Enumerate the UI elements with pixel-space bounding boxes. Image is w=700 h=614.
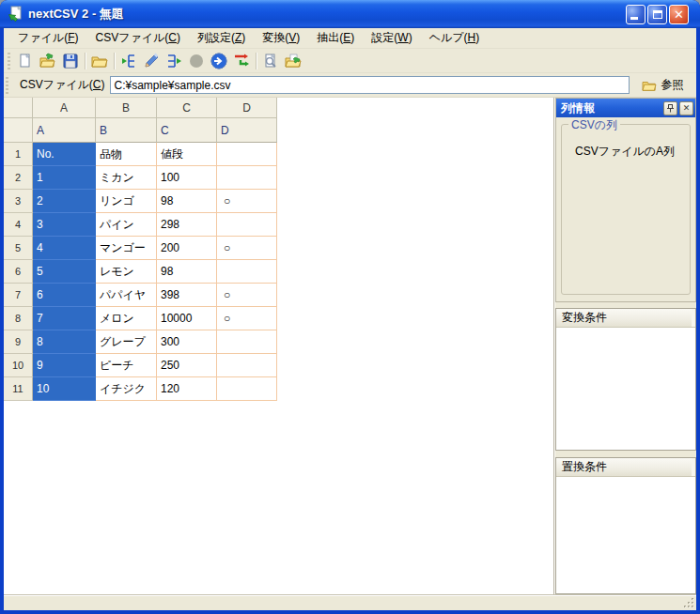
table-cell[interactable] xyxy=(217,143,277,166)
preview-icon[interactable] xyxy=(259,51,282,71)
replacement-conditions-box: 置換条件 xyxy=(555,457,696,594)
csv-column-header[interactable]: B xyxy=(96,118,157,143)
maximize-button[interactable] xyxy=(647,5,667,24)
row-number-header[interactable]: 2 xyxy=(4,166,33,190)
csv-column-header[interactable]: C xyxy=(157,118,217,143)
table-cell[interactable]: 10000 xyxy=(157,307,217,330)
table-cell[interactable]: イチジク xyxy=(96,377,157,401)
row-number-header[interactable]: 4 xyxy=(4,213,33,237)
browse-button[interactable]: 参照 xyxy=(638,75,687,95)
menu-item[interactable]: 変換(V) xyxy=(254,28,308,49)
csv-column-header[interactable]: D xyxy=(217,118,277,143)
table-cell[interactable]: ○ xyxy=(217,237,277,260)
column-letter-header[interactable]: D xyxy=(217,98,277,118)
table-cell[interactable]: 10 xyxy=(33,377,96,401)
table-cell[interactable]: ○ xyxy=(217,284,277,307)
table-cell[interactable]: 300 xyxy=(157,330,217,354)
table-cell[interactable]: 9 xyxy=(33,354,96,377)
table-cell[interactable] xyxy=(217,330,277,354)
open-file-icon[interactable] xyxy=(37,51,59,71)
menu-item[interactable]: ファイル(F) xyxy=(9,28,86,49)
folder-icon[interactable] xyxy=(88,51,111,71)
grid-corner[interactable] xyxy=(4,98,33,118)
replacement-conditions-list[interactable] xyxy=(556,477,695,593)
minimize-button[interactable] xyxy=(626,5,646,24)
csv-column-header[interactable]: A xyxy=(33,118,96,143)
export-folder-icon[interactable] xyxy=(282,51,304,71)
column-letter-header[interactable]: C xyxy=(157,98,217,118)
table-cell[interactable]: 298 xyxy=(157,213,217,237)
row-number-header[interactable]: 3 xyxy=(4,190,33,213)
row-number-header[interactable]: 5 xyxy=(4,237,33,260)
table-cell[interactable] xyxy=(217,260,277,284)
spreadsheet-area[interactable]: ABCDABCD1No.品物値段21ミカン10032リンゴ98○43パイン298… xyxy=(4,98,554,594)
table-cell[interactable]: 5 xyxy=(33,260,96,284)
table-cell[interactable]: マンゴー xyxy=(96,237,157,260)
save-icon[interactable] xyxy=(59,51,82,71)
pin-icon[interactable] xyxy=(663,101,677,115)
column-letter-header[interactable]: A xyxy=(33,98,96,118)
row-number-header[interactable]: 11 xyxy=(4,377,33,401)
row-number-header[interactable]: 9 xyxy=(4,330,33,354)
table-cell[interactable]: No. xyxy=(33,143,96,166)
grid-corner[interactable] xyxy=(4,118,33,143)
table-cell[interactable] xyxy=(217,166,277,190)
menu-item[interactable]: CSVファイル(C) xyxy=(86,28,188,49)
table-cell[interactable]: 値段 xyxy=(157,143,217,166)
row-number-header[interactable]: 7 xyxy=(4,284,33,307)
table-cell[interactable]: 品物 xyxy=(96,143,157,166)
edit-pencil-icon[interactable] xyxy=(140,51,163,71)
close-button[interactable]: ✕ xyxy=(669,5,689,24)
table-cell[interactable]: ○ xyxy=(217,190,277,213)
table-cell[interactable]: ピーチ xyxy=(96,354,157,377)
row-number-header[interactable]: 1 xyxy=(4,143,33,166)
column-info-header[interactable]: 列情報 ✕ xyxy=(556,99,695,117)
csv-path-input[interactable] xyxy=(110,76,630,94)
table-cell[interactable]: 398 xyxy=(157,284,217,307)
resize-grip[interactable] xyxy=(683,597,694,608)
table-cell[interactable]: レモン xyxy=(96,260,157,284)
title-bar[interactable]: nextCSV 2 - 無題 ✕ xyxy=(0,0,700,28)
table-cell[interactable] xyxy=(217,354,277,377)
table-cell[interactable]: リンゴ xyxy=(96,190,157,213)
table-cell[interactable]: 98 xyxy=(157,190,217,213)
table-cell[interactable]: ミカン xyxy=(96,166,157,190)
table-cell[interactable]: 3 xyxy=(33,213,96,237)
menu-item[interactable]: 設定(W) xyxy=(363,28,420,49)
conversion-conditions-list[interactable] xyxy=(556,328,695,450)
convert-icon[interactable] xyxy=(230,51,253,71)
run-icon[interactable] xyxy=(208,51,230,71)
row-number-header[interactable]: 6 xyxy=(4,260,33,284)
table-cell[interactable]: 8 xyxy=(33,330,96,354)
column-letter-header[interactable]: B xyxy=(96,98,157,118)
menu-item[interactable]: 抽出(E) xyxy=(308,28,363,49)
table-cell[interactable]: ○ xyxy=(217,307,277,330)
record-circle-icon[interactable] xyxy=(185,51,208,71)
table-cell[interactable]: 6 xyxy=(33,284,96,307)
table-cell[interactable]: パパイヤ xyxy=(96,284,157,307)
panel-close-icon[interactable]: ✕ xyxy=(679,101,693,115)
row-number-header[interactable]: 8 xyxy=(4,307,33,330)
table-cell[interactable]: メロン xyxy=(96,307,157,330)
row-number-header[interactable]: 10 xyxy=(4,354,33,377)
table-cell[interactable]: 7 xyxy=(33,307,96,330)
table-cell[interactable]: パイン xyxy=(96,213,157,237)
table-cell[interactable] xyxy=(217,213,277,237)
filebar-gripper[interactable] xyxy=(6,77,8,94)
table-cell[interactable]: 4 xyxy=(33,237,96,260)
insert-column-icon[interactable] xyxy=(117,51,140,71)
new-file-icon[interactable] xyxy=(14,51,37,71)
table-cell[interactable]: 98 xyxy=(157,260,217,284)
table-cell[interactable]: グレープ xyxy=(96,330,157,354)
table-cell[interactable]: 120 xyxy=(157,377,217,401)
menu-item[interactable]: 列設定(Z) xyxy=(189,28,254,49)
menu-item[interactable]: ヘルプ(H) xyxy=(421,28,489,49)
table-cell[interactable]: 250 xyxy=(157,354,217,377)
table-cell[interactable]: 1 xyxy=(33,166,96,190)
table-cell[interactable]: 2 xyxy=(33,190,96,213)
table-cell[interactable]: 200 xyxy=(157,237,217,260)
toolbar-gripper[interactable] xyxy=(8,53,10,69)
table-cell[interactable]: 100 xyxy=(157,166,217,190)
table-cell[interactable] xyxy=(217,377,277,401)
output-column-icon[interactable] xyxy=(163,51,185,71)
